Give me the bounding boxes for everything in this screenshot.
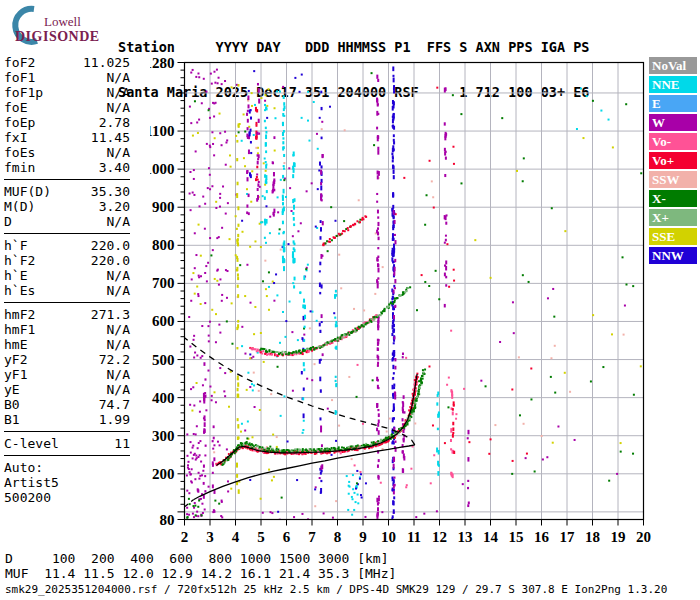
svg-text:800: 800 bbox=[152, 237, 175, 253]
parameter-row: 500200 bbox=[4, 490, 130, 505]
svg-text:1000: 1000 bbox=[150, 161, 175, 177]
svg-text:10: 10 bbox=[381, 529, 396, 545]
parameter-label: foE bbox=[4, 100, 27, 115]
svg-text:700: 700 bbox=[152, 275, 175, 291]
parameter-value: N/A bbox=[107, 268, 130, 283]
svg-text:6: 6 bbox=[283, 529, 291, 545]
status-line: smk29_2025351204000.rsf / 720fx512h 25 k… bbox=[5, 583, 667, 596]
parameter-row: yEN/A bbox=[4, 382, 130, 397]
ionogram-canvas: 2345678910111213141516171819201280110010… bbox=[150, 52, 700, 554]
parameter-value: 220.0 bbox=[91, 238, 130, 253]
parameter-value: 72.2 bbox=[99, 352, 130, 367]
parameter-row: hmEN/A bbox=[4, 337, 130, 352]
parameter-label: h`F bbox=[4, 238, 27, 253]
parameter-row: foF1N/A bbox=[4, 70, 130, 85]
parameter-value: N/A bbox=[107, 367, 130, 382]
parameter-value: 3.20 bbox=[99, 199, 130, 214]
parameter-row: foF211.025 bbox=[4, 55, 130, 70]
svg-text:20: 20 bbox=[636, 529, 651, 545]
parameter-row: h`EN/A bbox=[4, 268, 130, 283]
parameter-value: N/A bbox=[107, 382, 130, 397]
panel-divider bbox=[4, 427, 130, 436]
ionogram-page: { "logo": { "line1": "Lowell", "line2": … bbox=[0, 0, 700, 600]
parameter-row: B11.99 bbox=[4, 412, 130, 427]
svg-text:15: 15 bbox=[509, 529, 524, 545]
lowell-digisonde-logo: Lowell DIGISONDE bbox=[4, 4, 134, 50]
svg-text:2: 2 bbox=[181, 529, 189, 545]
svg-text:400: 400 bbox=[152, 390, 175, 406]
svg-text:5: 5 bbox=[257, 529, 265, 545]
parameter-row: DN/A bbox=[4, 214, 130, 229]
parameter-label: foF1 bbox=[4, 70, 35, 85]
svg-text:900: 900 bbox=[152, 199, 175, 215]
parameter-value: 220.0 bbox=[91, 253, 130, 268]
svg-text:300: 300 bbox=[152, 428, 175, 444]
parameter-label: hmF1 bbox=[4, 322, 35, 337]
scaled-parameters-panel: foF211.025foF1N/AfoF1pN/AfoEN/AfoEp2.78f… bbox=[4, 55, 130, 505]
parameter-value: 11.45 bbox=[91, 130, 130, 145]
parameter-row: yF1N/A bbox=[4, 367, 130, 382]
parameter-value: N/A bbox=[107, 214, 130, 229]
parameter-row: C-level11 bbox=[4, 436, 130, 451]
parameter-row: M(D)3.20 bbox=[4, 199, 130, 214]
parameter-value: N/A bbox=[107, 85, 130, 100]
parameter-label: hmE bbox=[4, 337, 27, 352]
parameter-label: yF1 bbox=[4, 367, 27, 382]
svg-text:200: 200 bbox=[152, 466, 175, 482]
parameter-row: foF1pN/A bbox=[4, 85, 130, 100]
parameter-label: Artist5 bbox=[4, 475, 59, 490]
parameter-label: B0 bbox=[4, 397, 20, 412]
parameter-value: N/A bbox=[107, 70, 130, 85]
svg-text:8: 8 bbox=[334, 529, 342, 545]
parameter-row: h`F220.0 bbox=[4, 238, 130, 253]
parameter-value: 2.78 bbox=[99, 115, 130, 130]
parameter-row: hmF2271.3 bbox=[4, 307, 130, 322]
parameter-label: fxI bbox=[4, 130, 27, 145]
svg-text:1280: 1280 bbox=[150, 55, 175, 71]
svg-text:80: 80 bbox=[160, 512, 175, 528]
parameter-label: hmF2 bbox=[4, 307, 35, 322]
parameter-label: yE bbox=[4, 382, 20, 397]
distance-row: D 100 200 400 600 800 1000 1500 3000 [km… bbox=[5, 551, 389, 566]
parameter-row: fmin3.40 bbox=[4, 160, 130, 175]
parameter-label: foEp bbox=[4, 115, 35, 130]
svg-text:11: 11 bbox=[407, 529, 421, 545]
parameter-value: 1.99 bbox=[99, 412, 130, 427]
panel-divider bbox=[4, 298, 130, 307]
parameter-value: 35.30 bbox=[91, 184, 130, 199]
muf-row: MUF 11.4 11.5 12.0 12.9 14.2 16.1 21.4 3… bbox=[5, 566, 396, 581]
parameter-value: N/A bbox=[107, 145, 130, 160]
parameter-label: h`E bbox=[4, 268, 27, 283]
parameter-row: hmF1N/A bbox=[4, 322, 130, 337]
parameter-label: C-level bbox=[4, 436, 59, 451]
svg-text:500: 500 bbox=[152, 352, 175, 368]
parameter-row: foEp2.78 bbox=[4, 115, 130, 130]
ionogram-plot: 2345678910111213141516171819201280110010… bbox=[150, 52, 700, 554]
svg-text:1100: 1100 bbox=[150, 123, 175, 139]
parameter-label: h`Es bbox=[4, 283, 35, 298]
svg-text:14: 14 bbox=[483, 529, 499, 545]
parameter-label: D bbox=[4, 214, 12, 229]
parameter-row: yF272.2 bbox=[4, 352, 130, 367]
logo-text-digisonde: DIGISONDE bbox=[15, 29, 100, 45]
svg-text:17: 17 bbox=[560, 529, 576, 545]
parameter-label: MUF(D) bbox=[4, 184, 51, 199]
parameter-value: 74.7 bbox=[99, 397, 130, 412]
parameter-label: yF2 bbox=[4, 352, 27, 367]
parameter-row: h`EsN/A bbox=[4, 283, 130, 298]
parameter-row: foEN/A bbox=[4, 100, 130, 115]
parameter-row: fxI11.45 bbox=[4, 130, 130, 145]
parameter-value: N/A bbox=[107, 322, 130, 337]
parameter-label: B1 bbox=[4, 412, 20, 427]
parameter-value: N/A bbox=[107, 283, 130, 298]
parameter-row: h`F2220.0 bbox=[4, 253, 130, 268]
parameter-value: 271.3 bbox=[91, 307, 130, 322]
svg-text:13: 13 bbox=[458, 529, 473, 545]
parameter-label: foF1p bbox=[4, 85, 43, 100]
parameter-label: foEs bbox=[4, 145, 35, 160]
parameter-row: Auto: bbox=[4, 460, 130, 475]
parameter-label: 500200 bbox=[4, 490, 51, 505]
svg-text:3: 3 bbox=[206, 529, 214, 545]
parameter-value: N/A bbox=[107, 337, 130, 352]
parameter-label: M(D) bbox=[4, 199, 35, 214]
